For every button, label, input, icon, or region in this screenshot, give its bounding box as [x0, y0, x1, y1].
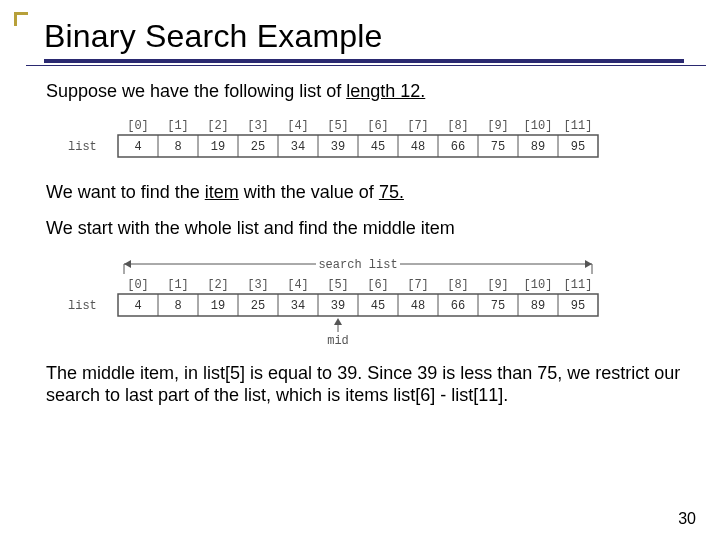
- svg-text:[1]: [1]: [167, 278, 189, 292]
- underline-value: 75.: [379, 182, 404, 202]
- search-diagram: search list[0][1][2][3][4][5][6][7][8][9…: [58, 254, 618, 346]
- title-underline-thick: [44, 59, 684, 63]
- svg-text:[10]: [10]: [524, 278, 553, 292]
- intro-para-3: We start with the whole list and find th…: [46, 217, 686, 240]
- svg-text:48: 48: [411, 299, 425, 313]
- svg-text:[3]: [3]: [247, 119, 269, 133]
- svg-text:[8]: [8]: [447, 278, 469, 292]
- svg-text:[10]: [10]: [524, 119, 553, 133]
- svg-text:66: 66: [451, 299, 465, 313]
- svg-text:[5]: [5]: [327, 278, 349, 292]
- svg-text:[4]: [4]: [287, 278, 309, 292]
- svg-text:89: 89: [531, 140, 545, 154]
- text: Suppose we have the following list of: [46, 81, 346, 101]
- corner-accent: [14, 12, 28, 26]
- svg-text:[6]: [6]: [367, 278, 389, 292]
- svg-text:search list: search list: [318, 258, 397, 272]
- svg-text:45: 45: [371, 140, 385, 154]
- svg-text:19: 19: [211, 299, 225, 313]
- svg-text:mid: mid: [327, 334, 349, 346]
- svg-text:[7]: [7]: [407, 119, 429, 133]
- svg-text:45: 45: [371, 299, 385, 313]
- text: with the value of: [239, 182, 379, 202]
- svg-text:[2]: [2]: [207, 278, 229, 292]
- svg-text:[0]: [0]: [127, 278, 149, 292]
- svg-text:[8]: [8]: [447, 119, 469, 133]
- intro-para-2: We want to find the item with the value …: [46, 181, 686, 204]
- list-diagram: [0][1][2][3][4][5][6][7][8][9][10][11]li…: [58, 117, 618, 165]
- svg-text:34: 34: [291, 140, 305, 154]
- svg-text:25: 25: [251, 140, 265, 154]
- svg-text:4: 4: [134, 140, 141, 154]
- conclusion-para: The middle item, in list[5] is equal to …: [46, 362, 686, 407]
- svg-text:89: 89: [531, 299, 545, 313]
- svg-text:list: list: [68, 140, 97, 154]
- svg-text:[2]: [2]: [207, 119, 229, 133]
- svg-marker-40: [585, 260, 592, 268]
- svg-text:34: 34: [291, 299, 305, 313]
- svg-text:95: 95: [571, 140, 585, 154]
- svg-text:[5]: [5]: [327, 119, 349, 133]
- svg-text:8: 8: [174, 140, 181, 154]
- svg-text:4: 4: [134, 299, 141, 313]
- svg-text:39: 39: [331, 140, 345, 154]
- svg-text:8: 8: [174, 299, 181, 313]
- page-number: 30: [678, 510, 696, 528]
- svg-text:[7]: [7]: [407, 278, 429, 292]
- text: We want to find the: [46, 182, 205, 202]
- svg-text:[6]: [6]: [367, 119, 389, 133]
- svg-marker-39: [124, 260, 131, 268]
- page-title: Binary Search Example: [44, 18, 706, 55]
- svg-text:19: 19: [211, 140, 225, 154]
- underline-length: length 12.: [346, 81, 425, 101]
- svg-text:95: 95: [571, 299, 585, 313]
- svg-text:[9]: [9]: [487, 119, 509, 133]
- svg-text:[3]: [3]: [247, 278, 269, 292]
- svg-text:[11]: [11]: [564, 119, 593, 133]
- svg-text:list: list: [68, 299, 97, 313]
- svg-text:[11]: [11]: [564, 278, 593, 292]
- intro-para-1: Suppose we have the following list of le…: [46, 80, 686, 103]
- svg-text:39: 39: [331, 299, 345, 313]
- figure-list: [0][1][2][3][4][5][6][7][8][9][10][11]li…: [58, 117, 658, 165]
- svg-text:[1]: [1]: [167, 119, 189, 133]
- underline-item: item: [205, 182, 239, 202]
- figure-search: search list[0][1][2][3][4][5][6][7][8][9…: [58, 254, 658, 346]
- svg-text:66: 66: [451, 140, 465, 154]
- title-underline-thin: [26, 65, 706, 66]
- svg-text:[9]: [9]: [487, 278, 509, 292]
- svg-text:75: 75: [491, 299, 505, 313]
- svg-text:48: 48: [411, 140, 425, 154]
- svg-marker-82: [334, 318, 342, 325]
- svg-text:75: 75: [491, 140, 505, 154]
- svg-text:[4]: [4]: [287, 119, 309, 133]
- svg-text:25: 25: [251, 299, 265, 313]
- svg-text:[0]: [0]: [127, 119, 149, 133]
